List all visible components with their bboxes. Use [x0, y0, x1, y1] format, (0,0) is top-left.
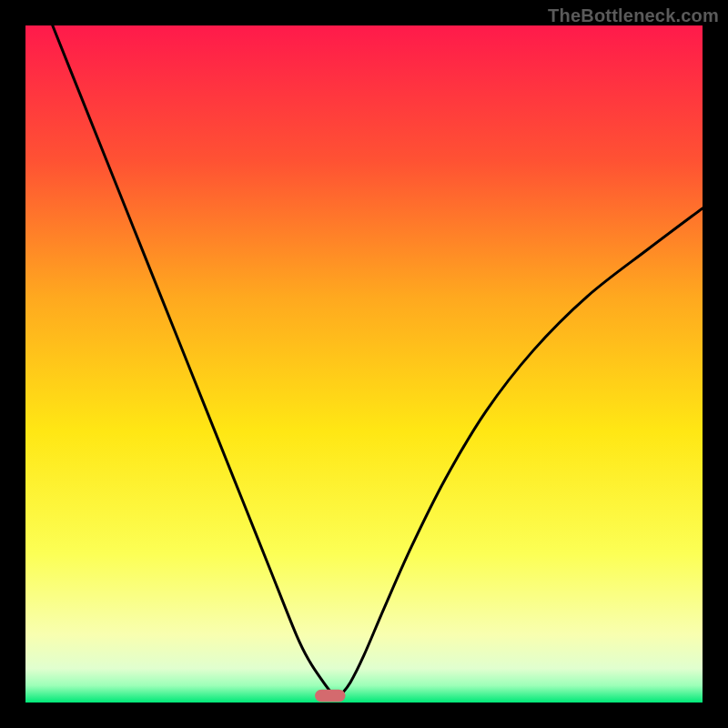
bottleneck-marker	[315, 690, 345, 702]
plot-svg	[25, 25, 703, 703]
gradient-background	[25, 25, 703, 703]
plot-area	[25, 25, 703, 703]
chart-frame: TheBottleneck.com	[0, 0, 728, 728]
watermark-text: TheBottleneck.com	[548, 5, 719, 26]
